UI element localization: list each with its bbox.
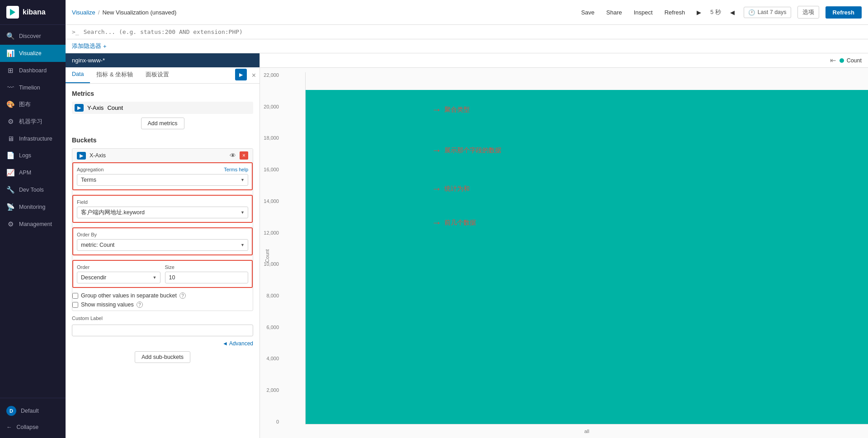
sidebar-item-label: 图布 — [19, 101, 31, 108]
sidebar-item-apm[interactable]: 📈 APM — [0, 164, 66, 181]
x-axis-label: all — [584, 429, 589, 434]
collapse-icon: ← — [6, 424, 12, 430]
show-missing-help-icon[interactable]: ? — [137, 301, 143, 308]
time-range-label: Last 7 days — [758, 9, 787, 15]
breadcrumb-parent[interactable]: Visualize — [72, 9, 95, 16]
options-button[interactable]: 选项 — [797, 6, 819, 19]
apply-changes-button[interactable]: ▶ — [235, 69, 247, 80]
sidebar-footer-collapse[interactable]: ← Collapse — [0, 420, 66, 434]
user-label: Default — [21, 408, 39, 414]
monitoring-icon: 📡 — [6, 203, 14, 211]
add-filter-button[interactable]: 添加隐选器 + — [72, 42, 107, 50]
order-size-row: Order Descendir Size — [72, 260, 253, 288]
kibana-logo-icon — [6, 6, 19, 19]
metric-play-icon: ▶ — [75, 104, 84, 112]
sidebar-item-label: Logs — [19, 152, 31, 159]
group-other-help-icon[interactable]: ? — [179, 292, 186, 299]
tab-panel-settings[interactable]: 面板设置 — [139, 67, 175, 83]
clock-icon: 🕐 — [748, 9, 755, 16]
sidebar-item-infrastructure[interactable]: 🖥 Infrastructure — [0, 130, 66, 147]
tab-data[interactable]: Data — [66, 67, 90, 83]
app-name: kibana — [23, 8, 46, 16]
show-missing-checkbox[interactable] — [72, 302, 78, 308]
bucket-delete-button[interactable]: × — [240, 151, 248, 160]
canvas-icon: 🎨 — [6, 100, 14, 108]
chart-expand-button[interactable]: ⇤ — [830, 56, 836, 65]
play-button[interactable]: ▶ — [694, 7, 704, 18]
panel-content: Metrics ▶ Y-Axis Count Add metrics Bucke… — [66, 84, 259, 438]
content-area: nginx-www-* Data 指标 & 坐标轴 面板设置 ▶ × Metri… — [66, 53, 868, 438]
group-other-label: Group other values in separate bucket — [81, 292, 177, 299]
user-badge: D — [6, 406, 16, 416]
order-label: Order — [77, 264, 160, 270]
index-bar: nginx-www-* — [66, 53, 259, 67]
sidebar-item-logs[interactable]: 📄 Logs — [0, 147, 66, 164]
y-axis-metric-item: ▶ Y-Axis Count — [72, 102, 253, 114]
size-input[interactable] — [165, 272, 249, 283]
breadcrumb-separator: / — [98, 9, 100, 16]
bucket-eye-button[interactable]: 👁 — [230, 152, 236, 159]
prev-button[interactable]: ◀ — [727, 7, 737, 18]
y-axis-value: Count — [107, 104, 123, 111]
y-tick: 4,000 — [266, 356, 279, 361]
sidebar-item-label: Infrastructure — [19, 136, 52, 142]
sidebar-logo[interactable]: kibana — [0, 0, 66, 25]
add-filter-label: 添加隐选器 — [72, 42, 101, 50]
sidebar-item-discover[interactable]: 🔍 Discover — [0, 28, 66, 45]
sidebar-item-label: Timelion — [19, 85, 40, 91]
inspect-button[interactable]: Inspect — [631, 7, 656, 18]
breadcrumb-current: New Visualization (unsaved) — [102, 9, 176, 16]
group-other-checkbox[interactable] — [72, 293, 78, 299]
terms-help-link[interactable]: Terms help — [224, 167, 248, 172]
metrics-section-title: Metrics — [72, 90, 253, 97]
refresh-text-button[interactable]: Refresh — [662, 7, 688, 18]
sidebar-item-visualize[interactable]: 📊 Visualize — [0, 45, 66, 62]
time-range-picker[interactable]: 🕐 Last 7 days — [744, 7, 791, 18]
add-sub-buckets-button[interactable]: Add sub-buckets — [135, 351, 190, 363]
apm-icon: 📈 — [6, 169, 14, 177]
sidebar-item-monitoring[interactable]: 📡 Monitoring — [0, 198, 66, 216]
y-tick: 0 — [276, 419, 279, 424]
search-input[interactable] — [84, 28, 862, 35]
sidebar-item-dashboard[interactable]: ⊞ Dashboard — [0, 62, 66, 79]
save-button[interactable]: Save — [578, 7, 597, 18]
field-field-group: Field 客户端内网地址.keyword — [72, 195, 253, 223]
sidebar-footer-user[interactable]: D Default — [0, 402, 66, 420]
custom-label-input[interactable] — [72, 325, 253, 336]
advanced-anchor[interactable]: ◄ Advanced — [222, 340, 253, 347]
sidebar-item-label: 机器学习 — [19, 118, 42, 126]
order-select[interactable]: Descendir — [77, 272, 160, 283]
sidebar-item-timelion[interactable]: 〰 Timelion — [0, 79, 66, 96]
sidebar-item-label: Visualize — [19, 50, 42, 57]
refresh-button[interactable]: Refresh — [826, 6, 862, 19]
custom-label-label: Custom Label — [72, 316, 253, 321]
order-by-select[interactable]: metric: Count — [77, 239, 248, 251]
y-axis: 22,000 20,000 18,000 16,000 14,000 12,00… — [260, 72, 283, 424]
breadcrumb: Visualize / New Visualization (unsaved) — [72, 9, 574, 16]
sidebar: kibana 🔍 Discover 📊 Visualize ⊞ Dashboar… — [0, 0, 66, 438]
y-tick: 18,000 — [264, 135, 279, 141]
chart-bar — [306, 90, 868, 424]
sidebar-item-canvas[interactable]: 🎨 图布 — [0, 96, 66, 113]
y-tick: 14,000 — [264, 198, 279, 204]
size-label: Size — [165, 264, 249, 270]
tab-metrics-axis[interactable]: 指标 & 坐标轴 — [90, 67, 139, 83]
aggregation-select[interactable]: Terms — [77, 174, 248, 186]
timelion-icon: 〰 — [6, 84, 14, 91]
y-tick: 22,000 — [264, 72, 279, 78]
y-tick: 12,000 — [264, 230, 279, 235]
y-tick: 8,000 — [266, 293, 279, 298]
share-button[interactable]: Share — [604, 7, 625, 18]
sidebar-item-management[interactable]: ⚙ Management — [0, 216, 66, 233]
discover-icon: 🔍 — [6, 32, 14, 40]
sidebar-item-devtools[interactable]: 🔧 Dev Tools — [0, 181, 66, 198]
chart-toolbar: ⇤ Count — [260, 53, 868, 68]
close-panel-button[interactable]: × — [248, 67, 259, 83]
panel-tabs: Data 指标 & 坐标轴 面板设置 ▶ × — [66, 67, 259, 84]
show-missing-label: Show missing values — [81, 301, 134, 308]
sidebar-item-ml[interactable]: ⚙ 机器学习 — [0, 113, 66, 130]
y-tick: 16,000 — [264, 167, 279, 172]
add-metrics-button[interactable]: Add metrics — [141, 118, 184, 129]
legend-label: Count — [847, 57, 862, 64]
field-select[interactable]: 客户端内网地址.keyword — [77, 207, 248, 218]
